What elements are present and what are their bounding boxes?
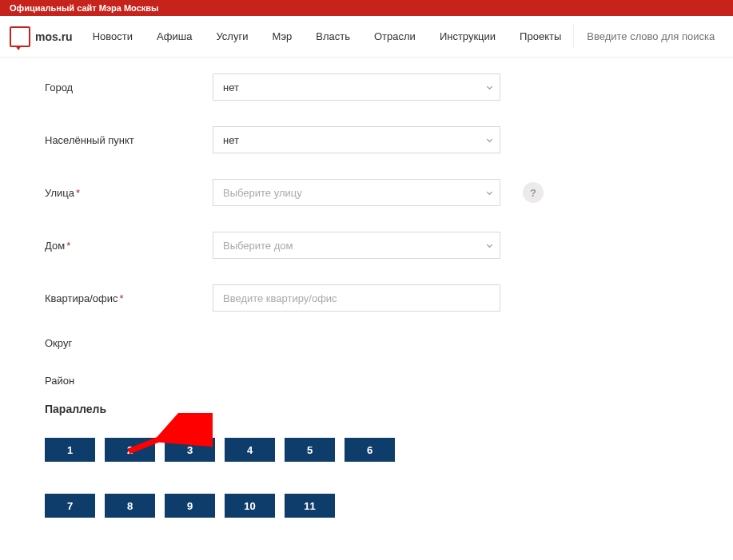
nav-items: Новости Афиша Услуги Мэр Власть Отрасли … bbox=[81, 30, 574, 42]
select-city[interactable]: нет bbox=[213, 73, 500, 101]
label-street: Улица* bbox=[45, 187, 213, 199]
parallel-btn-10[interactable]: 10 bbox=[225, 494, 275, 518]
parallel-btn-8[interactable]: 8 bbox=[105, 494, 155, 518]
label-region: Район bbox=[45, 375, 213, 387]
parallel-btn-11[interactable]: 11 bbox=[285, 494, 335, 518]
nav-item-instructions[interactable]: Инструкции bbox=[428, 30, 508, 42]
nav-item-afisha[interactable]: Афиша bbox=[145, 30, 204, 42]
select-house[interactable]: Выберите дом bbox=[213, 232, 500, 259]
navbar: mos.ru Новости Афиша Услуги Мэр Власть О… bbox=[0, 16, 733, 58]
row-settlement: Населённый пункт нет bbox=[45, 126, 688, 153]
label-house: Дом* bbox=[45, 240, 213, 252]
label-apartment: Квартира/офис* bbox=[45, 292, 213, 304]
parallel-btn-2[interactable]: 2 bbox=[105, 438, 155, 462]
search-input[interactable] bbox=[573, 24, 733, 49]
nav-item-mayor[interactable]: Мэр bbox=[260, 30, 304, 42]
select-settlement[interactable]: нет bbox=[213, 126, 500, 153]
row-district: Округ bbox=[45, 337, 688, 349]
parallel-row-2: 7 8 9 10 11 bbox=[45, 494, 688, 518]
input-apartment[interactable] bbox=[213, 284, 500, 312]
logo[interactable]: mos.ru bbox=[10, 26, 73, 47]
nav-item-authority[interactable]: Власть bbox=[304, 30, 362, 42]
speech-bubble-icon bbox=[10, 26, 30, 47]
parallel-title: Параллель bbox=[45, 403, 688, 415]
parallel-btn-4[interactable]: 4 bbox=[225, 438, 275, 462]
row-house: Дом* Выберите дом bbox=[45, 232, 688, 259]
row-city: Город нет bbox=[45, 73, 688, 101]
select-street[interactable]: Выберите улицу bbox=[213, 179, 500, 206]
row-apartment: Квартира/офис* bbox=[45, 284, 688, 312]
top-banner-text: Официальный сайт Мэра Москвы bbox=[10, 3, 158, 13]
parallel-btn-9[interactable]: 9 bbox=[165, 494, 215, 518]
nav-item-services[interactable]: Услуги bbox=[204, 30, 260, 42]
form-content: Город нет Населённый пункт нет Улица* Вы… bbox=[5, 58, 728, 558]
top-banner: Официальный сайт Мэра Москвы bbox=[0, 0, 733, 16]
help-button[interactable]: ? bbox=[523, 182, 544, 203]
parallel-btn-5[interactable]: 5 bbox=[285, 438, 335, 462]
logo-text: mos.ru bbox=[35, 30, 73, 43]
parallel-btn-1[interactable]: 1 bbox=[45, 438, 95, 462]
label-district: Округ bbox=[45, 337, 213, 349]
nav-item-projects[interactable]: Проекты bbox=[508, 30, 573, 42]
nav-item-news[interactable]: Новости bbox=[81, 30, 145, 42]
label-settlement: Населённый пункт bbox=[45, 134, 213, 146]
parallel-btn-6[interactable]: 6 bbox=[345, 438, 395, 462]
parallel-btn-7[interactable]: 7 bbox=[45, 494, 95, 518]
label-city: Город bbox=[45, 81, 213, 93]
parallel-btn-3[interactable]: 3 bbox=[165, 438, 215, 462]
nav-item-sectors[interactable]: Отрасли bbox=[362, 30, 428, 42]
parallel-row-1: 1 2 3 4 5 6 bbox=[45, 438, 688, 462]
row-region: Район bbox=[45, 375, 688, 387]
row-street: Улица* Выберите улицу ? bbox=[45, 179, 688, 206]
